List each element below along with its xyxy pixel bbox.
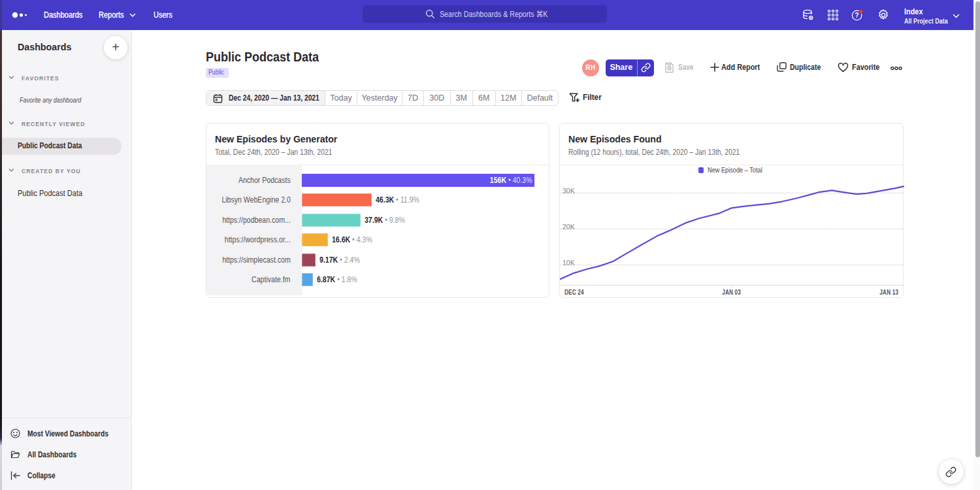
svg-text:?: ? xyxy=(855,12,859,19)
